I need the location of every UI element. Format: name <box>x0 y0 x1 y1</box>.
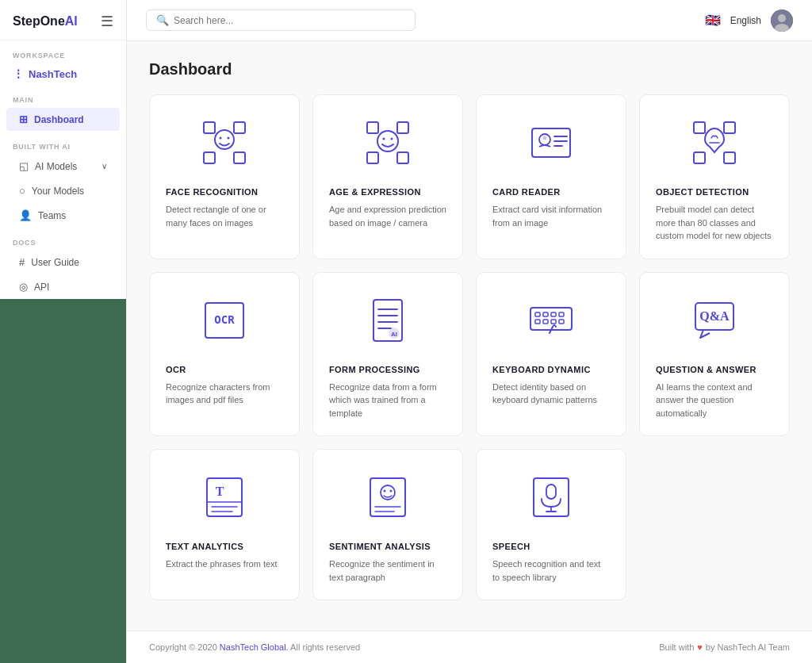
dashboard-grid: FACE RECOGNITION Detect rectangle of one… <box>149 94 790 600</box>
card-ocr-icon-area: OCR <box>166 289 283 352</box>
card-question-answer-desc: AI learns the context and answer the que… <box>656 381 773 420</box>
workspace-label-text: NashTech <box>29 68 77 80</box>
sidebar-item-your-models[interactable]: ○ Your Models <box>6 179 120 202</box>
card-card-reader-title: CARD READER <box>492 187 561 197</box>
svg-text:Q&A: Q&A <box>699 309 730 323</box>
sidebar-item-api-label: API <box>34 282 49 293</box>
age-expression-icon <box>362 117 413 168</box>
card-sentiment-analysis-icon-area <box>329 466 446 529</box>
search-container[interactable]: 🔍 <box>146 10 416 31</box>
card-object-detection[interactable]: OBJECT DETECTION Prebuilt model can dete… <box>639 94 790 259</box>
card-question-answer[interactable]: Q&A QUESTION & ANSWER AI learns the cont… <box>639 272 790 437</box>
svg-point-55 <box>384 490 386 492</box>
card-speech-icon-area <box>492 466 610 529</box>
speech-icon <box>526 472 576 523</box>
card-ocr-title: OCR <box>166 365 186 374</box>
card-object-detection-icon-area <box>656 111 773 174</box>
card-card-reader[interactable]: CARD READER Extract card visit informati… <box>476 94 626 259</box>
svg-rect-60 <box>546 485 556 499</box>
question-answer-icon: Q&A <box>689 295 740 346</box>
content-area: Dashboard FACE RECOGNITION <box>127 41 812 630</box>
sidebar-item-ai-models[interactable]: ◱ AI Models ∨ <box>6 155 120 178</box>
card-keyboard-dynamic-title: KEYBOARD DYNAMIC <box>492 365 591 374</box>
svg-point-8 <box>220 137 222 140</box>
svg-rect-26 <box>724 152 735 163</box>
card-ocr[interactable]: OCR OCR Recognize characters from images… <box>149 272 300 437</box>
card-question-answer-icon-area: Q&A <box>656 289 773 352</box>
sidebar-item-user-guide[interactable]: # User Guide <box>6 251 120 274</box>
page-title: Dashboard <box>149 60 790 79</box>
svg-rect-44 <box>551 320 556 324</box>
card-face-recognition-icon-area <box>166 111 283 174</box>
logo-text: StepOneAI <box>13 14 78 29</box>
sidebar-item-dashboard[interactable]: ⊞ Dashboard <box>6 108 120 131</box>
sidebar-item-user-guide-label: User Guide <box>31 257 79 268</box>
svg-rect-5 <box>204 152 215 163</box>
card-reader-icon <box>526 117 576 168</box>
workspace-section-label: WORKSPACE <box>0 40 126 63</box>
topbar: 🔍 🇬🇧 English <box>127 0 812 41</box>
card-form-processing[interactable]: AI FORM PROCESSING Recognize data from a… <box>312 272 463 437</box>
keyboard-dynamic-icon <box>526 295 576 346</box>
sidebar-item-teams-label: Teams <box>38 210 66 221</box>
card-speech[interactable]: SPEECH Speech recognition and text to sp… <box>476 449 626 600</box>
svg-text:OCR: OCR <box>214 313 235 326</box>
footer-right: Built with ♥ by NashTech AI Team <box>659 642 790 652</box>
sentiment-analysis-icon <box>362 472 413 523</box>
card-keyboard-dynamic[interactable]: KEYBOARD DYNAMIC Detect identity based o… <box>476 272 626 437</box>
footer-company-link[interactable]: NashTech Global. <box>220 642 289 652</box>
card-age-expression-desc: Age and expression prediction based on i… <box>329 203 446 229</box>
card-sentiment-analysis[interactable]: SENTIMENT ANALYSIS Recognize the sentime… <box>312 449 463 600</box>
search-input[interactable] <box>174 15 405 26</box>
svg-rect-41 <box>559 312 564 316</box>
logo-ai: AI <box>65 14 78 28</box>
svg-point-9 <box>228 137 230 140</box>
svg-text:AI: AI <box>391 331 397 338</box>
your-models-icon: ○ <box>19 185 25 197</box>
card-text-analytics[interactable]: T TEXT ANALYTICS Extract the phrases fro… <box>149 449 300 600</box>
footer: Copyright © 2020 NashTech Global. All ri… <box>127 630 812 663</box>
footer-rights: All rights reserved <box>290 642 360 652</box>
workspace-name[interactable]: ⋮ NashTech <box>0 63 126 85</box>
teams-icon: 👤 <box>19 209 32 221</box>
card-sentiment-analysis-desc: Recognize the sentiment in text paragrap… <box>329 558 446 584</box>
svg-rect-48 <box>207 478 242 516</box>
flag-icon: 🇬🇧 <box>705 13 721 28</box>
svg-rect-17 <box>532 128 570 157</box>
svg-rect-25 <box>694 152 705 163</box>
avatar[interactable] <box>771 10 793 32</box>
topbar-right: 🇬🇧 English <box>705 10 793 32</box>
svg-rect-23 <box>694 122 705 133</box>
hamburger-icon[interactable]: ☰ <box>101 13 113 30</box>
object-detection-icon <box>689 117 740 168</box>
card-age-expression-title: AGE & EXPRESSION <box>329 187 421 197</box>
svg-rect-43 <box>543 320 548 324</box>
card-speech-desc: Speech recognition and text to speech li… <box>492 558 610 584</box>
logo-area: StepOneAI ☰ <box>0 0 126 40</box>
card-form-processing-title: FORM PROCESSING <box>329 365 420 374</box>
user-guide-icon: # <box>19 256 25 268</box>
svg-rect-12 <box>367 152 378 163</box>
card-speech-title: SPEECH <box>492 542 530 551</box>
card-age-expression[interactable]: AGE & EXPRESSION Age and expression pred… <box>312 94 463 259</box>
svg-rect-13 <box>397 152 408 163</box>
card-object-detection-title: OBJECT DETECTION <box>656 187 749 197</box>
card-keyboard-dynamic-icon-area <box>492 289 610 352</box>
sidebar-green-block <box>0 299 126 663</box>
sidebar-item-your-models-label: Your Models <box>32 186 84 197</box>
card-text-analytics-icon-area: T <box>166 466 283 529</box>
card-card-reader-icon-area <box>492 111 610 174</box>
svg-point-1 <box>778 14 786 22</box>
search-icon: 🔍 <box>156 14 169 26</box>
svg-rect-45 <box>559 320 564 324</box>
workspace-dots-icon: ⋮ <box>13 67 24 80</box>
sidebar-item-teams[interactable]: 👤 Teams <box>6 204 120 227</box>
sidebar-item-ai-models-label: AI Models <box>35 161 77 172</box>
sidebar-item-api[interactable]: ◎ API <box>6 275 120 298</box>
sidebar: StepOneAI ☰ WORKSPACE ⋮ NashTech MAIN ⊞ … <box>0 0 127 663</box>
docs-section-label: DOCS <box>0 228 126 250</box>
card-face-recognition[interactable]: FACE RECOGNITION Detect rectangle of one… <box>149 94 300 259</box>
svg-point-15 <box>383 138 385 140</box>
dashboard-icon: ⊞ <box>19 113 28 125</box>
ocr-icon: OCR <box>199 295 250 346</box>
